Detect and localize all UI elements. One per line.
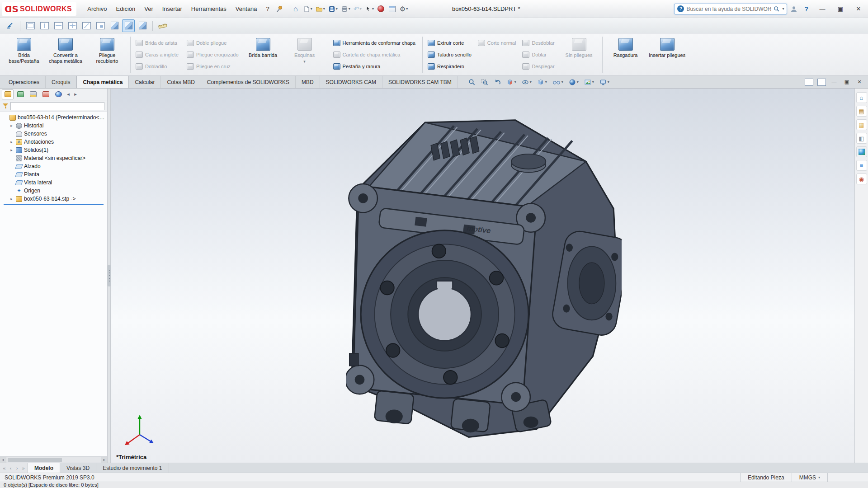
menu-item[interactable]: Ventana	[231, 3, 262, 15]
doc-close-button[interactable]: ✕	[854, 77, 865, 87]
expand-caret-icon[interactable]	[9, 197, 14, 201]
status-units-selector[interactable]: MMGS ▾	[792, 473, 827, 482]
model-tab[interactable]: Modelo	[28, 463, 60, 473]
splitter-handle[interactable]	[108, 265, 111, 286]
search-icon[interactable]	[774, 6, 780, 12]
account-icon[interactable]	[790, 5, 798, 13]
edit-appearance-button[interactable]: ▾	[566, 77, 581, 88]
view-back-button[interactable]	[38, 19, 51, 32]
nav-next-icon[interactable]: ›	[14, 465, 20, 471]
ribbon-button-extruir-corte[interactable]: Extruir corte	[425, 37, 476, 49]
zoom-to-area-button[interactable]	[479, 77, 491, 88]
open-document-button[interactable]: ▾	[314, 3, 326, 15]
model-3d[interactable]: motive	[346, 112, 622, 442]
custom-properties-icon[interactable]: ≡	[856, 160, 867, 171]
menu-item[interactable]: Archivo	[83, 3, 111, 15]
normal-to-button[interactable]	[4, 19, 16, 32]
tab-dimxpert-manager[interactable]	[40, 89, 52, 99]
tree-item[interactable]: Origen	[0, 187, 107, 195]
tree-item[interactable]: Sensores	[0, 130, 107, 138]
previous-view-button[interactable]	[491, 77, 503, 88]
tab-property-manager[interactable]	[14, 89, 26, 99]
forum-icon[interactable]: ◉	[856, 174, 867, 184]
tree-item[interactable]: Anotaciones	[0, 138, 107, 146]
tab-display-manager[interactable]	[52, 89, 64, 99]
scroll-left-icon[interactable]: ◂	[0, 457, 6, 463]
appearances-scenes-icon[interactable]	[856, 146, 867, 157]
home-button[interactable]: ⌂	[290, 3, 301, 15]
ribbon-button-pliegue-recubierto[interactable]: Pliegue recubierto	[87, 35, 127, 75]
hide-show-items-button[interactable]: ▾	[550, 77, 566, 88]
menu-item[interactable]: Herramientas	[187, 3, 231, 15]
menu-item[interactable]: Edición	[112, 3, 140, 15]
design-library-icon[interactable]: ▤	[856, 106, 867, 117]
panel-tab-scroll-right-icon[interactable]: ▸	[72, 91, 79, 97]
ribbon-button-pestana-ranura[interactable]: Pestaña y ranura	[331, 61, 420, 72]
apply-scene-button[interactable]: ▾	[582, 77, 596, 88]
view-left-button[interactable]	[52, 19, 65, 32]
ribbon-button-convertir-chapa[interactable]: Convertir a chapa metálica	[45, 35, 86, 75]
view-front-button[interactable]	[24, 19, 37, 32]
search-input[interactable]	[686, 6, 771, 12]
doc-pane-button-2[interactable]	[816, 77, 827, 87]
expand-caret-icon[interactable]	[9, 123, 14, 128]
pin-menu-icon[interactable]	[275, 5, 284, 14]
menu-item[interactable]: Insertar	[158, 3, 187, 15]
view-palette-icon[interactable]: ◧	[856, 133, 867, 144]
nav-last-icon[interactable]: »	[20, 465, 26, 471]
panel-tab-scroll-left-icon[interactable]: ◂	[65, 91, 71, 97]
orientation-triad[interactable]	[121, 411, 159, 449]
command-tab[interactable]: SOLIDWORKS CAM TBM	[382, 76, 458, 88]
command-tab[interactable]: Cotas MBD	[161, 76, 201, 88]
ribbon-button-insertar-pliegues[interactable]: Insertar pliegues	[647, 35, 688, 75]
command-tab[interactable]: Calcular	[129, 76, 161, 88]
tree-item[interactable]: box050-63-b14.stp ->	[0, 195, 107, 203]
select-tool-button[interactable]: ▾	[363, 3, 375, 15]
window-close-button[interactable]: ✕	[851, 3, 866, 15]
view-right-button[interactable]	[66, 19, 79, 32]
ribbon-button-conformar-chapa[interactable]: Herramienta de conformar chapa	[331, 37, 420, 49]
properties-sheet-button[interactable]	[387, 3, 398, 15]
view-dimetric-button[interactable]	[136, 19, 149, 32]
file-explorer-icon[interactable]: ▦	[856, 119, 867, 130]
tree-item[interactable]: Material <sin especificar>	[0, 154, 107, 162]
ribbon-button-brida-base[interactable]: Brida base/Pestaña	[4, 35, 44, 75]
rebuild-button[interactable]	[376, 3, 387, 15]
tree-item[interactable]: box050-63-b14 (Predeterminado<<Pr	[0, 113, 107, 122]
resources-home-icon[interactable]: ⌂	[856, 92, 867, 103]
tree-item[interactable]: Vista lateral	[0, 178, 107, 187]
panel-splitter[interactable]	[108, 89, 111, 463]
doc-restore-button[interactable]: ▣	[841, 77, 853, 87]
scrollbar-thumb[interactable]	[8, 458, 62, 462]
menu-item[interactable]: Ver	[140, 3, 158, 15]
view-settings-button[interactable]: ▾	[597, 77, 612, 88]
doc-pane-button-1[interactable]	[803, 77, 815, 87]
command-tab[interactable]: Croquis	[46, 76, 76, 88]
nav-first-icon[interactable]: «	[1, 465, 7, 471]
search-scope-caret-icon[interactable]: ▾	[782, 7, 784, 11]
graphics-area[interactable]: motive *Trimétrica	[111, 89, 854, 463]
options-button[interactable]: ⚙▾	[398, 3, 409, 15]
command-tab[interactable]: Operaciones	[3, 76, 46, 88]
ribbon-button-taladro-sencillo[interactable]: Taladro sencillo	[425, 49, 476, 61]
window-minimize-button[interactable]: —	[815, 3, 830, 15]
expand-caret-icon[interactable]	[9, 148, 14, 152]
section-view-button[interactable]: ▾	[504, 77, 519, 88]
tree-item[interactable]: Sólidos(1)	[0, 146, 107, 154]
measure-button[interactable]	[156, 19, 169, 32]
doc-minimize-button[interactable]: —	[828, 77, 840, 87]
tree-horizontal-scrollbar[interactable]: ◂ ▸	[0, 456, 107, 463]
help-button[interactable]: ?	[801, 5, 812, 14]
model-tab[interactable]: Estudio de movimiento 1	[96, 463, 169, 473]
command-tab[interactable]: SOLIDWORKS CAM	[320, 76, 382, 88]
tree-filter-input[interactable]	[10, 102, 104, 110]
expand-caret-icon[interactable]	[9, 140, 14, 144]
rollback-bar[interactable]	[4, 204, 104, 205]
view-sketches-button[interactable]: ▾	[519, 77, 534, 88]
view-bottom-button[interactable]	[94, 19, 107, 32]
window-restore-button[interactable]: ▣	[833, 3, 848, 15]
tree-item[interactable]: Historial	[0, 122, 107, 130]
ribbon-button-rasgadura[interactable]: Rasgadura	[605, 35, 646, 75]
tab-feature-tree[interactable]	[2, 89, 14, 99]
command-tab[interactable]: Chapa metálica	[76, 76, 129, 88]
